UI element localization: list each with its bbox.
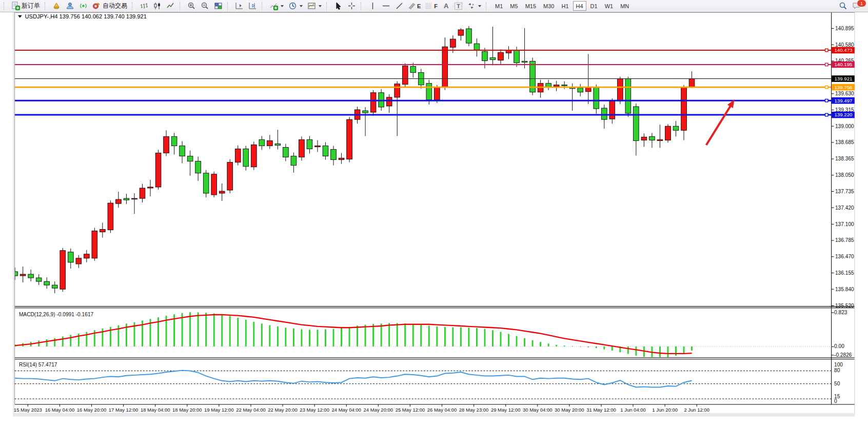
news-button[interactable] bbox=[77, 1, 90, 11]
price-tick-label: 136.155 bbox=[835, 270, 854, 276]
candle bbox=[530, 57, 536, 95]
timeframe-button-m5[interactable]: M5 bbox=[507, 1, 521, 11]
candle-body bbox=[52, 285, 57, 288]
chat-button[interactable]: 1 bbox=[850, 1, 863, 11]
timeframe-button-mn[interactable]: MN bbox=[617, 1, 632, 11]
candle-body bbox=[689, 79, 695, 88]
price-tick-label: 135.520 bbox=[835, 303, 854, 309]
zoom-in-button[interactable] bbox=[185, 1, 198, 11]
vertical-line-button[interactable] bbox=[366, 1, 379, 11]
auto-scroll-button[interactable] bbox=[233, 1, 246, 11]
price-tick-label: 135.840 bbox=[835, 287, 854, 292]
candle-body bbox=[514, 50, 520, 63]
candle-body bbox=[394, 84, 400, 97]
person-icon bbox=[66, 2, 74, 10]
candle-body bbox=[60, 251, 66, 289]
candle-body bbox=[155, 153, 161, 187]
toolbar-grip[interactable] bbox=[326, 2, 329, 10]
toolbar-grip[interactable] bbox=[486, 2, 489, 10]
date-label: 30 May 20:00 bbox=[555, 407, 584, 413]
fibonacci-icon bbox=[425, 2, 432, 10]
candle-body bbox=[331, 149, 337, 159]
candle-body bbox=[625, 79, 631, 113]
zoom-out-button[interactable] bbox=[199, 1, 211, 11]
tile-windows-button[interactable] bbox=[212, 1, 225, 11]
candle-body bbox=[681, 88, 687, 131]
timeframe-button-w1[interactable]: W1 bbox=[602, 1, 617, 11]
candle-body bbox=[171, 136, 177, 146]
candlestick-chart-button[interactable] bbox=[151, 1, 164, 11]
toolbar-grip[interactable] bbox=[180, 2, 183, 10]
macd-axis-label: -0.2826 bbox=[834, 352, 852, 358]
line-anchor-marker[interactable] bbox=[825, 63, 828, 66]
alerts-button[interactable] bbox=[50, 1, 63, 11]
chart-canvas[interactable]: 140.895140.580140.265139.630139.315139.0… bbox=[0, 12, 868, 429]
toolbar-grip[interactable] bbox=[45, 2, 48, 10]
date-label: 16 May 04:00 bbox=[45, 407, 75, 413]
toolbar-grip[interactable] bbox=[4, 2, 7, 10]
fibonacci-button[interactable]: F bbox=[423, 1, 440, 11]
timeframe-button-d1[interactable]: D1 bbox=[587, 1, 601, 11]
timeframe-button-m1[interactable]: M1 bbox=[492, 1, 506, 11]
bar-chart-icon bbox=[140, 2, 148, 10]
date-label: 25 May 12:00 bbox=[396, 407, 425, 413]
search-icon bbox=[839, 2, 847, 10]
line-anchor-marker[interactable] bbox=[825, 99, 828, 101]
chart-background bbox=[13, 12, 855, 417]
candle-body bbox=[466, 29, 472, 43]
periods-button[interactable] bbox=[286, 1, 305, 11]
timeframe-button-h4[interactable]: H4 bbox=[573, 1, 586, 11]
arrows-button[interactable] bbox=[465, 1, 483, 11]
timeframe-button-m30[interactable]: M30 bbox=[540, 1, 557, 11]
candle-body bbox=[243, 149, 249, 166]
new-order-label: 新订单 bbox=[22, 2, 40, 10]
line-chart-button[interactable] bbox=[164, 1, 177, 11]
line-anchor-marker[interactable] bbox=[825, 113, 828, 116]
cursor-icon bbox=[334, 2, 343, 10]
toolbar-grip[interactable] bbox=[361, 2, 364, 10]
toolbar-grip[interactable] bbox=[227, 2, 230, 10]
autotrading-button[interactable]: 自动交易 bbox=[90, 1, 129, 11]
candle-body bbox=[180, 146, 185, 156]
candle-body bbox=[601, 108, 607, 119]
rsi-axis-label: 80 bbox=[834, 367, 840, 373]
candle-body bbox=[498, 52, 504, 60]
text-label-button[interactable]: T bbox=[452, 1, 464, 11]
dropdown-caret-icon bbox=[478, 5, 481, 7]
chart-shift-icon bbox=[248, 2, 257, 10]
cursor-button[interactable] bbox=[332, 1, 345, 11]
community-button[interactable] bbox=[64, 1, 76, 11]
macd-axis-label: 0.00 bbox=[834, 343, 844, 349]
price-tick-label: 138.365 bbox=[835, 156, 854, 162]
horizontal-line-button[interactable] bbox=[380, 1, 392, 11]
line-anchor-marker[interactable] bbox=[825, 86, 828, 88]
chart-shift-button[interactable] bbox=[246, 1, 259, 11]
new-order-button[interactable]: 新订单 bbox=[9, 1, 42, 11]
timeframe-button-h1[interactable]: H1 bbox=[558, 1, 571, 11]
trendline-button[interactable] bbox=[393, 1, 406, 11]
alert-icon bbox=[52, 2, 61, 10]
equidistant-channel-button[interactable]: E bbox=[406, 1, 423, 11]
candle-body bbox=[522, 61, 527, 62]
crosshair-button[interactable] bbox=[345, 1, 358, 11]
line-anchor-marker[interactable] bbox=[825, 49, 828, 51]
date-label: 15 May 2023 bbox=[14, 407, 42, 413]
candle-body bbox=[578, 88, 583, 92]
macd-axis-label: 0.823 bbox=[834, 310, 847, 315]
indicators-button[interactable] bbox=[267, 1, 286, 11]
templates-button[interactable] bbox=[305, 1, 324, 11]
toolbar-grip[interactable] bbox=[132, 2, 135, 10]
candle-body bbox=[562, 85, 567, 86]
macd-label: MACD(12,26,9) -0.0991 -0.1617 bbox=[19, 312, 94, 317]
toolbar-grip[interactable] bbox=[262, 2, 265, 10]
candle-body bbox=[259, 139, 265, 146]
timeframe-button-m15[interactable]: M15 bbox=[522, 1, 539, 11]
search-button[interactable] bbox=[837, 1, 850, 11]
fibonacci-glyph: F bbox=[434, 3, 438, 9]
candle-body bbox=[315, 146, 321, 147]
candle-body bbox=[211, 174, 217, 195]
bar-chart-button[interactable] bbox=[137, 1, 150, 11]
text-button[interactable]: A bbox=[440, 1, 452, 11]
candle-body bbox=[458, 30, 464, 35]
zoom-in-icon bbox=[187, 2, 196, 10]
